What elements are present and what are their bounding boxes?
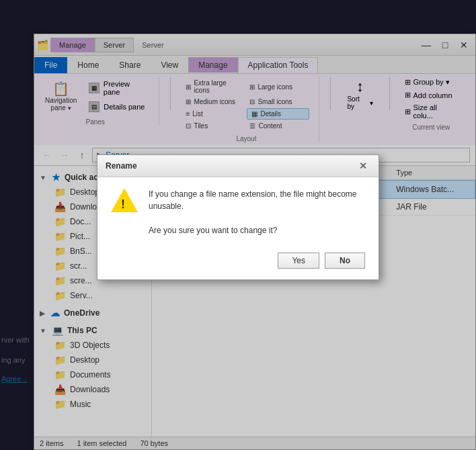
dialog-text: If you change a file name extension, the…: [149, 188, 365, 236]
dialog-yes-button[interactable]: Yes: [278, 253, 319, 269]
dialog-buttons: Yes No: [97, 247, 379, 279]
dialog-title: Rename: [106, 161, 137, 171]
dialog-overlay: Rename ✕ If you change a file name exten…: [0, 0, 476, 450]
dialog-body: If you change a file name extension, the…: [97, 177, 379, 247]
dialog-no-button[interactable]: No: [325, 253, 365, 269]
dialog-message-line2: Are you sure you want to change it?: [149, 224, 365, 236]
rename-dialog: Rename ✕ If you change a file name exten…: [97, 154, 379, 280]
warning-icon-container: [111, 188, 138, 215]
dialog-message-line1: If you change a file name extension, the…: [149, 188, 365, 212]
dialog-close-button[interactable]: ✕: [356, 159, 370, 173]
dialog-title-bar: Rename ✕: [97, 155, 379, 177]
warning-triangle: [111, 188, 138, 212]
